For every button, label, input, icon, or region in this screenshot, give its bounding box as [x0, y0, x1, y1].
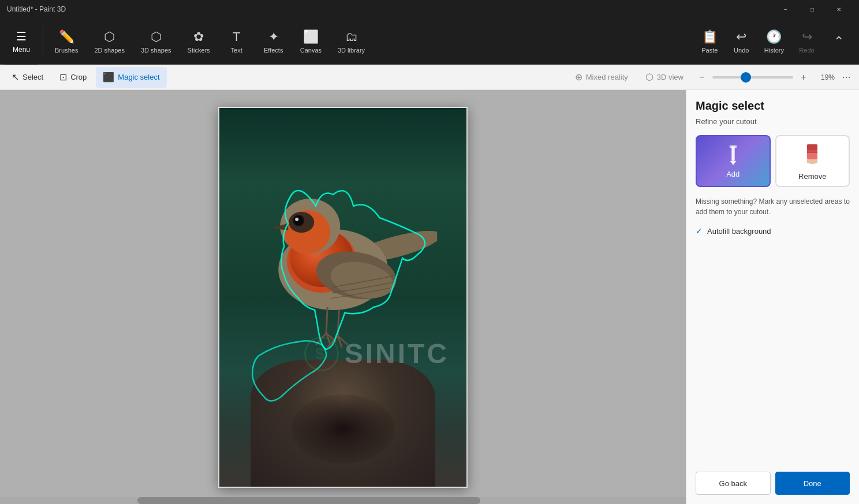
watermark: $ SINITC — [304, 337, 449, 371]
watermark-logo: $ — [304, 337, 339, 371]
remove-button[interactable]: Remove — [775, 135, 850, 187]
svg-point-9 — [295, 218, 298, 221]
right-panel: Magic select Refine your cutout Add — [686, 90, 859, 504]
go-back-button[interactable]: Go back — [696, 472, 771, 495]
shapes3d-label: 3D shapes — [141, 47, 171, 54]
canvas-area[interactable]: $ SINITC — [0, 90, 686, 504]
svg-rect-17 — [807, 150, 817, 152]
canvas-image: $ SINITC — [218, 107, 468, 488]
subtoolbar-right: ⊕ Mixed reality ⬡ 3D view − + 19% ··· — [568, 67, 854, 88]
minimize-button[interactable]: − — [772, 0, 799, 18]
toolbar-right: 📋 Paste ↩ Undo 🕐 History ↪ Redo ⌃ — [694, 21, 854, 62]
canvas-icon: ⬜ — [303, 29, 319, 44]
app-title: Untitled* - Paint 3D — [7, 5, 66, 13]
collapse-button[interactable]: ⌃ — [823, 21, 854, 62]
effects-label: Effects — [264, 47, 283, 54]
window-controls: − □ ✕ — [772, 0, 852, 18]
stickers-button[interactable]: ✿ Stickers — [181, 21, 217, 62]
brushes-icon: ✏️ — [59, 29, 74, 44]
library-button[interactable]: 🗂 3D library — [331, 21, 372, 62]
main-area: $ SINITC Magic select Refine your cutout… — [0, 90, 859, 504]
text-icon: T — [233, 29, 240, 44]
shapes2d-icon: ⬡ — [104, 29, 115, 44]
zoom-control: − + 19% — [694, 69, 835, 85]
magic-select-button[interactable]: ⬛ Magic select — [96, 67, 166, 88]
brushes-label: Brushes — [55, 47, 78, 54]
menu-button[interactable]: ☰ Menu — [5, 18, 38, 65]
crop-icon: ⊡ — [59, 72, 67, 83]
shapes3d-icon: ⬡ — [151, 29, 162, 44]
scrollbar-thumb — [137, 497, 480, 504]
zoom-percentage: 19% — [814, 73, 835, 81]
mixed-reality-label: Mixed reality — [586, 73, 628, 81]
svg-rect-16 — [807, 144, 817, 150]
zoom-in-button[interactable]: + — [795, 69, 812, 85]
titlebar: Untitled* - Paint 3D − □ ✕ — [0, 0, 859, 18]
view3d-label: 3D view — [657, 73, 684, 81]
autofill-row: ✓ Autofill background — [696, 226, 850, 236]
chevron-up-icon: ⌃ — [834, 34, 844, 49]
shapes2d-label: 2D shapes — [94, 47, 125, 54]
library-label: 3D library — [338, 47, 365, 54]
stickers-label: Stickers — [188, 47, 210, 54]
panel-title: Magic select — [696, 99, 850, 113]
canvas-label: Canvas — [300, 47, 322, 54]
library-icon: 🗂 — [345, 29, 358, 44]
effects-icon: ✦ — [268, 29, 279, 44]
redo-label: Redo — [799, 47, 814, 54]
svg-rect-12 — [731, 146, 734, 160]
remove-eraser-icon — [804, 142, 821, 167]
more-options-button[interactable]: ··· — [838, 69, 854, 85]
main-toolbar: ☰ Menu ✏️ Brushes ⬡ 2D shapes ⬡ 3D shape… — [0, 18, 859, 65]
add-label: Add — [726, 170, 740, 178]
history-button[interactable]: 🕐 History — [757, 21, 791, 62]
text-button[interactable]: T Text — [219, 21, 254, 62]
done-button[interactable]: Done — [775, 472, 850, 495]
undo-button[interactable]: ↩ Undo — [726, 21, 757, 62]
canvas-button[interactable]: ⬜ Canvas — [293, 21, 328, 62]
panel-actions: Go back Done — [696, 472, 850, 495]
crop-button[interactable]: ⊡ Crop — [53, 67, 94, 88]
shapes3d-button[interactable]: ⬡ 3D shapes — [134, 21, 178, 62]
svg-rect-14 — [729, 145, 737, 148]
paste-icon: 📋 — [702, 29, 718, 44]
redo-button[interactable]: ↪ Redo — [791, 21, 823, 62]
close-button[interactable]: ✕ — [826, 0, 852, 18]
paste-label: Paste — [701, 47, 718, 54]
zoom-slider[interactable] — [712, 76, 793, 79]
mixed-reality-button[interactable]: ⊕ Mixed reality — [568, 67, 635, 88]
bird-svg — [241, 137, 437, 414]
subtoolbar: ↖ Select ⊡ Crop ⬛ Magic select ⊕ Mixed r… — [0, 65, 859, 90]
svg-marker-13 — [730, 160, 736, 165]
checkmark-icon: ✓ — [696, 226, 703, 236]
history-label: History — [764, 47, 784, 54]
select-icon: ↖ — [12, 72, 19, 83]
autofill-label: Autofill background — [707, 227, 771, 236]
watermark-text: SINITC — [345, 338, 449, 369]
brushes-button[interactable]: ✏️ Brushes — [48, 21, 85, 62]
undo-label: Undo — [734, 47, 749, 54]
horizontal-scrollbar[interactable] — [0, 497, 686, 504]
history-icon: 🕐 — [766, 29, 782, 44]
svg-point-8 — [294, 216, 303, 225]
view3d-button[interactable]: ⬡ 3D view — [638, 67, 690, 88]
add-button[interactable]: Add — [696, 135, 771, 187]
view3d-icon: ⬡ — [645, 72, 653, 83]
redo-icon: ↪ — [802, 29, 812, 44]
shapes2d-button[interactable]: ⬡ 2D shapes — [87, 21, 132, 62]
text-label: Text — [231, 47, 242, 54]
refine-options: Add Remove — [696, 135, 850, 187]
paste-button[interactable]: 📋 Paste — [694, 21, 726, 62]
add-pencil-icon — [723, 144, 744, 165]
effects-button[interactable]: ✦ Effects — [256, 21, 291, 62]
menu-label: Menu — [13, 46, 30, 54]
magic-select-icon: ⬛ — [103, 72, 114, 83]
crop-label: Crop — [70, 73, 87, 81]
stickers-icon: ✿ — [193, 29, 204, 44]
select-button[interactable]: ↖ Select — [5, 67, 50, 88]
hint-text: Missing something? Mark any unselected a… — [696, 196, 850, 217]
maximize-button[interactable]: □ — [799, 0, 826, 18]
toolbar-separator — [43, 27, 43, 56]
zoom-thumb — [741, 72, 751, 83]
zoom-out-button[interactable]: − — [694, 69, 710, 85]
